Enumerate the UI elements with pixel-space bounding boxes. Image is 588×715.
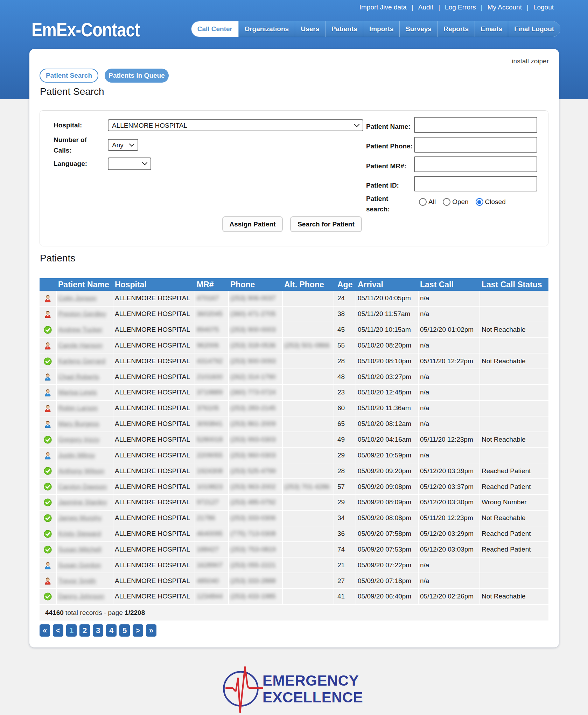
patient-name-link[interactable]: Carolyn Dawson	[58, 483, 107, 490]
patient-name-link[interactable]: Karlens Gerrard	[58, 357, 105, 365]
patient-name-link[interactable]: Marisa Lewis	[58, 388, 97, 396]
age-cell: 29	[334, 448, 356, 463]
patient-name-link[interactable]: Gregory Irizzy	[58, 436, 99, 443]
patient-search-pill[interactable]: Patient Search	[40, 69, 98, 83]
hospital-cell: ALLENMORE HOSPITAL	[113, 589, 195, 605]
radio-open[interactable]	[443, 198, 450, 206]
patient-name-link[interactable]: Susan Gordon	[58, 561, 101, 569]
patient-name-link[interactable]: Preston Gerdley	[58, 310, 106, 317]
view-toggle: Patient Search Patients in Queue	[40, 69, 169, 83]
next-page-button[interactable]: >	[133, 624, 143, 637]
page-button-5[interactable]: 5	[119, 624, 130, 637]
nav-tab-reports[interactable]: Reports	[438, 21, 475, 37]
hospital-cell: ALLENMORE HOSPITAL	[113, 338, 195, 354]
hospital-cell: ALLENMORE HOSPITAL	[113, 416, 195, 432]
top-link-import-jive-data[interactable]: Import Jive data	[359, 3, 407, 11]
radio-label-closed[interactable]: Closed	[485, 198, 506, 206]
patients-table-title: Patients	[40, 253, 75, 264]
patient-name-link[interactable]: Danny Johnson	[58, 593, 104, 600]
top-link-logout[interactable]: Logout	[533, 3, 554, 11]
top-links: Import Jive data|Audit|Log Errors|My Acc…	[359, 3, 554, 11]
radio-label-all[interactable]: All	[428, 198, 436, 206]
patient-name-cell: Trevor Smith	[57, 573, 113, 589]
phone-cell: (253) 753-0819	[229, 542, 283, 558]
nav-tab-final-logout[interactable]: Final Logout	[508, 21, 560, 37]
hospital-label: Hospital:	[54, 120, 82, 131]
column-header-mr#: MR#	[195, 278, 229, 291]
hospital-cell: ALLENMORE HOSPITAL	[113, 432, 195, 448]
page-button-2[interactable]: 2	[79, 624, 90, 637]
page-button-3[interactable]: 3	[93, 624, 103, 637]
prev-page-button[interactable]: <	[53, 624, 63, 637]
top-link-log-errors[interactable]: Log Errors	[445, 3, 476, 11]
language-label: Language:	[54, 159, 87, 169]
person-blue-icon	[40, 416, 57, 432]
nav-tab-call-center[interactable]: Call Center	[191, 21, 238, 37]
patient-name-link[interactable]: Susan Mitchell	[58, 546, 102, 553]
top-link-audit[interactable]: Audit	[418, 3, 433, 11]
patient-mr-label: Patient MR#:	[366, 161, 406, 171]
patient-name-link[interactable]: Chad Roberts	[58, 373, 99, 380]
patient-name-link[interactable]: Mary Burgess	[58, 420, 99, 427]
page-title: Patient Search	[40, 86, 104, 97]
nav-tab-surveys[interactable]: Surveys	[399, 21, 437, 37]
patient-name-link[interactable]: Kristy Steward	[58, 530, 101, 537]
mr-cell: 2101600	[195, 369, 229, 385]
patient-name-link[interactable]: Robin Larson	[58, 404, 98, 412]
patient-name-link[interactable]: Colin Jonson	[58, 294, 97, 302]
patient-name-link[interactable]: Jasmine Stanley	[58, 498, 107, 506]
person-red-icon	[40, 338, 57, 354]
patient-name-link[interactable]: Carole Hanson	[58, 342, 103, 349]
age-cell: 28	[334, 353, 356, 369]
radio-all[interactable]	[419, 198, 427, 206]
patient-name-cell: Carolyn Dawson	[57, 479, 113, 495]
person-red-icon	[40, 291, 57, 307]
patient-name-link[interactable]: Trevor Smith	[58, 577, 96, 584]
patient-id-input[interactable]	[414, 176, 537, 191]
mr-cell: 4314792	[195, 353, 229, 369]
column-header-last-call: Last Call	[419, 278, 480, 291]
phone-value: (360) 773-0724	[230, 388, 276, 396]
patient-name-link[interactable]: Anthony Wilson	[58, 467, 104, 475]
top-links-separator: |	[433, 3, 445, 11]
table-row: Trevor SmithALLENMORE HOSPITAL485040(253…	[40, 573, 548, 589]
nav-tab-organizations[interactable]: Organizations	[238, 21, 295, 37]
search-for-patient-button[interactable]: Search for Patient	[290, 216, 362, 232]
patient-name-input[interactable]	[414, 117, 537, 133]
radio-closed[interactable]	[476, 198, 483, 206]
first-page-button[interactable]: «	[40, 624, 50, 637]
radio-label-open[interactable]: Open	[452, 198, 468, 206]
assign-patient-button[interactable]: Assign Patient	[222, 216, 283, 232]
page-button-1[interactable]: 1	[66, 624, 77, 637]
last-call-status-cell: Not Reachable	[480, 511, 548, 526]
patient-id-label: Patient ID:	[366, 180, 399, 191]
phone-value: (253) 906-0037	[230, 294, 276, 302]
patient-phone-input[interactable]	[414, 137, 537, 153]
nav-tab-imports[interactable]: Imports	[363, 21, 399, 37]
patient-name-cell: Susan Gordon	[57, 558, 113, 573]
logo-text-line1: EMERGENCY	[262, 672, 359, 689]
nav-tab-users[interactable]: Users	[295, 21, 325, 37]
last-page-button[interactable]: »	[146, 624, 156, 637]
table-row: Robin LarsonALLENMORE HOSPITAL376105(253…	[40, 401, 548, 416]
hospital-select[interactable]: ALLENMORE HOSPITAL	[108, 119, 363, 131]
last-call-cell: n/a	[419, 291, 480, 307]
number-of-calls-select[interactable]: Any	[108, 139, 138, 151]
last-call-status-cell: Not Reachable	[480, 432, 548, 448]
patient-name-link[interactable]: Justin Milroy	[58, 451, 95, 459]
install-zoiper-link[interactable]: install zoiper	[512, 57, 549, 65]
patient-name-link[interactable]: James Murphy	[58, 514, 102, 521]
patient-name-cell: Chad Roberts	[57, 369, 113, 385]
top-link-my-account[interactable]: My Account	[488, 3, 522, 11]
nav-tab-emails[interactable]: Emails	[475, 21, 508, 37]
mr-cell: 3602045	[195, 307, 229, 322]
page-button-4[interactable]: 4	[106, 624, 117, 637]
patients-in-queue-pill[interactable]: Patients in Queue	[105, 69, 169, 83]
language-select[interactable]	[108, 157, 151, 170]
patient-name-link[interactable]: Andrew Tucker	[58, 326, 103, 333]
patient-name-cell: Colin Jonson	[57, 291, 113, 307]
patient-name-cell: Marisa Lewis	[57, 385, 113, 401]
patient-name-cell: Gregory Irizzy	[57, 432, 113, 448]
nav-tab-patients[interactable]: Patients	[325, 21, 363, 37]
patient-mr-input[interactable]	[414, 156, 537, 172]
